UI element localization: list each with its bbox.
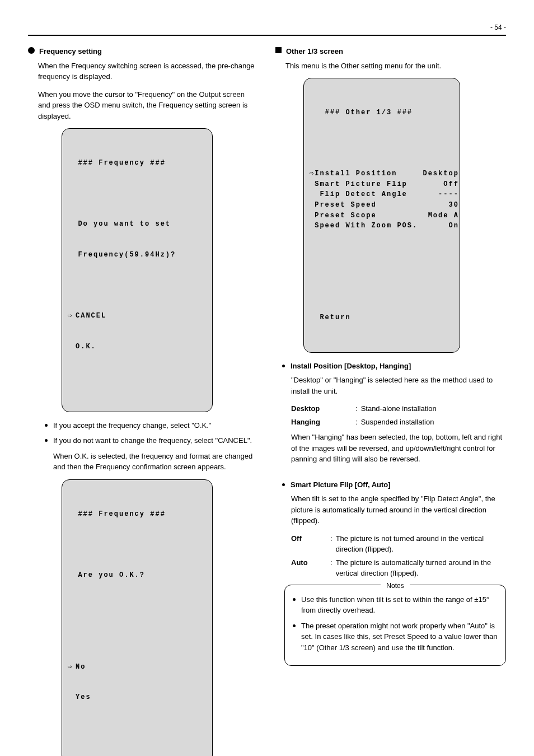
notes-box: Notes Use this function when tilt is set… [284,585,506,666]
notes-item-1: The preset operation might not work prop… [301,620,498,654]
left-column: Frequency setting When the Frequency swi… [28,46,259,756]
notes-title: Notes [381,582,409,590]
right-column: Other 1/3 screen This menu is the Other … [275,46,506,756]
osd-frequency-confirm: ### Frequency ### Are you O.K.? No Yes [62,479,213,756]
disc-bullet-icon [282,483,285,486]
osd1-ok[interactable]: O.K. [68,342,207,352]
flip-auto-row: Auto: The picture is automatically turne… [291,557,506,579]
osd2-yes[interactable]: Yes [68,692,207,703]
osd-other-row[interactable]: Preset Scope Mode A [310,211,454,221]
osd-other-title: ### Other 1/3 ### [310,108,454,118]
osd1-title: ### Frequency ### [68,158,207,169]
osd-other-row[interactable]: Speed With Zoom POS. On [310,221,454,231]
left-b1-0: If you accept the frequency change, sele… [53,420,211,431]
left-b1-2: When O.K. is selected, the frequency and… [53,451,259,473]
arrow-right-icon [68,662,76,673]
left-intro-1: When the Frequency switching screen is a… [38,60,259,82]
install-position-note: When "Hanging" has been selected, the to… [291,432,506,465]
install-desktop-row: Desktop: Stand-alone installation [291,403,506,414]
right-intro: This menu is the Other setting menu for … [285,60,506,72]
osd-other: ### Other 1/3 ### ⇨Install Position Desk… [303,78,460,353]
osd1-cancel[interactable]: CANCEL [68,311,207,321]
disc-bullet-icon [293,624,296,627]
osd2-title: ### Frequency ### [68,509,207,520]
right-heading: Other 1/3 screen [286,46,343,57]
disc-bullet-icon [282,365,285,367]
osd-other-row[interactable]: Preset Speed 30 [310,200,454,211]
square-bullet-icon [275,47,282,53]
osd-frequency-set: ### Frequency ### Do you want to set Fre… [62,128,213,412]
install-hanging-row: Hanging: Suspended installation [291,417,506,428]
top-rule [28,35,506,36]
arrow-right-icon [68,311,76,321]
osd-other-row[interactable]: ⇨Install Position Desktop [310,169,454,179]
install-position-desc: "Desktop" or "Hanging" is selected here … [291,375,506,396]
osd2-prompt: Are you O.K.? [68,570,207,581]
left-heading: Frequency setting [39,46,102,57]
notes-item-0: Use this function when tilt is set to wi… [301,594,498,616]
left-b1-1: If you do not want to change the frequen… [53,435,252,446]
left-intro-2: When you move the cursor to "Frequency" … [38,89,259,122]
circle-bullet-icon [28,47,35,54]
disc-bullet-icon [293,598,296,601]
page-number: - 54 - [28,22,506,32]
install-position-title: Install Position [Desktop, Hanging] [291,361,411,372]
osd-other-row[interactable]: Flip Detect Angle ---- [310,189,454,200]
disc-bullet-icon [45,439,48,442]
smart-flip-desc: When tilt is set to the angle specified … [291,493,506,526]
disc-bullet-icon [45,424,48,427]
osd-other-return[interactable]: Return [310,312,454,323]
osd1-prompt-l2: Frequency(59.94Hz)? [68,250,207,260]
smart-flip-title: Smart Picture Flip [Off, Auto] [291,479,391,491]
osd2-no[interactable]: No [68,662,207,673]
flip-off-row: Off: The picture is not turned around in… [291,533,506,555]
osd-other-row[interactable]: Smart Picture Flip Off [310,179,454,190]
osd1-prompt-l1: Do you want to set [68,219,207,230]
